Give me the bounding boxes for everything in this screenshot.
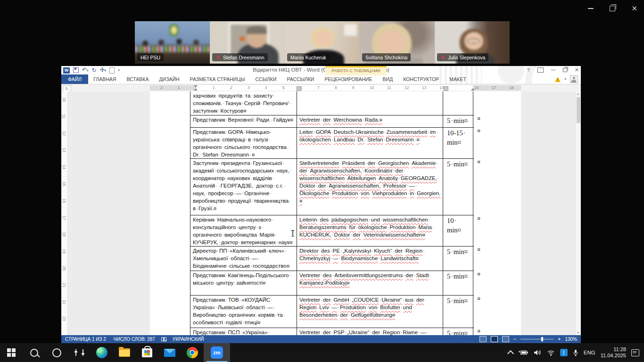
table-row[interactable]: Директор·​ПП·​«Калинівський·​ключ»·​Хмел… — [190, 247, 474, 271]
table-cell-time[interactable]: 10·​min¤ — [443, 215, 473, 246]
tray-overflow-chevron-icon[interactable] — [507, 350, 514, 356]
word-app-icon[interactable]: W — [63, 67, 70, 74]
save-icon[interactable] — [73, 67, 79, 73]
table-cell-time[interactable] — [443, 91, 473, 115]
bluetooth-icon[interactable]: ᛒ — [560, 349, 568, 356]
table-cell-time[interactable]: 5·​min¤ — [443, 159, 473, 215]
table-cell-ukrainian[interactable]: Представник·​ПСП·​«Україна»·​Рівненської… — [190, 328, 297, 335]
table-cell-time[interactable]: 5·​min¤ — [443, 247, 473, 271]
word-title-bar[interactable]: W ↶▾ ↻ ✣▾ ▾ Відкриття НКЦ ОВТ - Word (Сб… — [61, 66, 581, 74]
store-button[interactable] — [136, 343, 158, 362]
clock[interactable]: 11:28 11.04.2025 — [601, 346, 626, 359]
tab-table-layout[interactable]: МАКЕТ — [444, 74, 471, 84]
video-tile-hei-psu[interactable]: HEI PSU — [135, 21, 210, 64]
table-cell-ukrainian[interactable]: Представник·​GOPA·​Німецько-українська·​… — [190, 128, 297, 158]
tab-insert[interactable]: ВСТАВКА — [121, 74, 154, 84]
right-indent-marker[interactable] — [471, 88, 475, 90]
video-tile-stefan-dreesmann[interactable]: Stefan Dreesmann — [210, 21, 285, 64]
tab-references[interactable]: ССЫЛКИ — [250, 74, 281, 84]
table-row[interactable]: Представник·​ПСП·​«Україна»·​Рівненської… — [190, 328, 474, 335]
table-column-marker[interactable] — [444, 86, 448, 91]
tab-table-design[interactable]: КОНСТРУКТОР — [398, 74, 444, 84]
volume-icon[interactable] — [534, 349, 542, 356]
start-button[interactable] — [0, 343, 23, 362]
help-icon[interactable]: ? — [527, 67, 530, 73]
table-cell-ukrainian[interactable]: Представник·​ТОВ·​«КОУДАЙС·​Україна»·​Ль… — [190, 296, 297, 328]
first-line-indent-marker[interactable] — [194, 85, 198, 88]
table-row[interactable]: Представник·​Кам’янець-Подільського·​міс… — [190, 271, 474, 296]
video-tile-julia-slepenkova[interactable]: Julia Slepenkova — [435, 21, 510, 64]
table-cell-german[interactable]: Vertreter·​des·​Arbeitsvermittlungszentr… — [297, 271, 443, 295]
zoom-slider[interactable] — [520, 339, 553, 339]
table-cell-ukrainian[interactable]: Директор·​ПП·​«Калинівський·​ключ»·​Хмел… — [190, 247, 297, 271]
close-icon[interactable]: ✕ — [631, 5, 637, 12]
mail-button[interactable] — [158, 343, 181, 362]
read-mode-icon[interactable] — [479, 336, 487, 342]
table-cell-german[interactable]: Direktor·​des·​PE·​„Kalynivskyi·​Klyuch“… — [297, 247, 443, 271]
table-cell-ukrainian[interactable]: Керівник·​Навчально-наукового·​консульта… — [190, 215, 297, 246]
document-table[interactable]: харчових·​продуктів·​та·​захисту·​спожив… — [190, 91, 474, 335]
tab-view[interactable]: ВИД — [378, 74, 398, 84]
ribbon-display-options-icon[interactable]: ⌃ — [537, 67, 544, 73]
table-cell-time[interactable]: 5·​min¤ — [443, 271, 473, 295]
redo-icon[interactable]: ↻ — [92, 67, 97, 73]
table-cell-german[interactable]: Stellvertretender·​Präsident·​der·​Georg… — [297, 159, 443, 215]
tab-home[interactable]: ГЛАВНАЯ — [88, 74, 121, 84]
document-area[interactable]: 1011121314151617181920212223 харчових·​п… — [61, 91, 581, 335]
activation-warning-icon[interactable] — [555, 77, 561, 82]
scroll-down-icon[interactable]: ▼ — [577, 331, 579, 334]
customize-qat-icon[interactable]: ▾ — [118, 68, 120, 72]
tab-stop-selector[interactable]: L — [63, 85, 71, 92]
table-cell-german[interactable] — [297, 91, 443, 115]
table-row[interactable]: Представник·​ТОВ·​«КОУДАЙС·​Україна»·​Ль… — [190, 296, 474, 328]
file-explorer-button[interactable] — [113, 343, 136, 362]
table-cell-german[interactable]: Vertreter·​der·​GmbH·​„COUDICE·​Ukraine“… — [297, 296, 443, 328]
close-icon[interactable]: ✕ — [575, 67, 579, 73]
microphone-icon[interactable] — [573, 349, 578, 356]
minimize-icon[interactable] — [588, 8, 594, 9]
sign-in-person-icon[interactable] — [570, 75, 578, 83]
new-document-icon[interactable] — [109, 67, 115, 74]
tab-review[interactable]: РЕЦЕНЗИРОВАНИЕ — [320, 74, 378, 84]
web-layout-icon[interactable] — [502, 336, 509, 342]
tab-design[interactable]: ДИЗАЙН — [154, 74, 184, 84]
undo-icon[interactable]: ↶▾ — [82, 67, 89, 74]
table-cell-german[interactable]: Leiter·​GOPA·​Deutsch-Ukrainische·​Zusam… — [297, 128, 443, 158]
table-cell-german[interactable]: Vertreter·​der·​Werchowna·​Rada.¤ — [297, 115, 443, 127]
vertical-ruler[interactable]: 1011121314151617181920212223 — [61, 91, 68, 335]
table-row[interactable]: Представник·​GOPA·​Німецько-українська·​… — [190, 128, 474, 159]
keyboard-language[interactable]: ENG — [584, 350, 595, 355]
table-cell-ukrainian[interactable]: харчових·​продуктів·​та·​захисту·​спожив… — [190, 91, 297, 115]
hanging-indent-marker[interactable] — [194, 88, 198, 90]
wifi-icon[interactable] — [547, 350, 555, 356]
table-cell-german[interactable]: Leiterin·​des·​pädagogischen·​und·​wisse… — [297, 215, 443, 246]
proofing-errors-icon[interactable] — [161, 337, 167, 342]
touch-mode-icon[interactable]: ✣▾ — [100, 67, 107, 74]
table-cell-ukrainian[interactable]: Заступник·​президента·​Грузинської·​акад… — [190, 159, 297, 215]
table-row[interactable]: Представник·​Верховної·​Ради.·​Гайдук¤ V… — [190, 115, 474, 128]
table-cell-time[interactable]: 5·​min¤ — [443, 296, 473, 328]
table-cell-ukrainian[interactable]: Представник·​Верховної·​Ради.·​Гайдук¤ — [190, 115, 297, 127]
zoom-slider-thumb[interactable] — [541, 337, 543, 341]
scrollbar-thumb[interactable] — [577, 97, 580, 123]
table-row[interactable]: Заступник·​президента·​Грузинської·​акад… — [190, 159, 474, 215]
video-tile-svitlana-shchokina[interactable]: Svitlana Shchokina — [360, 21, 435, 64]
restore-icon[interactable] — [563, 68, 567, 72]
table-cell-ukrainian[interactable]: Представник·​Кам’янець-Подільського·​міс… — [190, 271, 297, 295]
table-row[interactable]: харчових·​продуктів·​та·​захисту·​спожив… — [190, 91, 474, 115]
restore-icon[interactable] — [610, 6, 615, 11]
search-button[interactable] — [23, 343, 45, 362]
tab-file[interactable]: ФАЙЛ — [61, 74, 88, 84]
table-cell-german[interactable]: Vertreter·​der·​PSP·​„Ukraine“·​der·​Reg… — [297, 328, 443, 335]
table-cell-time[interactable]: 5·​min¤ — [443, 328, 473, 335]
task-view-button[interactable] — [68, 343, 91, 362]
tab-mailings[interactable]: РАССЫЛКИ — [282, 74, 320, 84]
page-indicator[interactable]: СТРАНИЦА 1 ИЗ 2 — [61, 337, 110, 342]
print-layout-icon[interactable] — [491, 336, 498, 342]
cortana-button[interactable] — [45, 343, 68, 362]
battery-icon[interactable] — [518, 349, 528, 356]
language-indicator[interactable]: УКРАИНСКИЙ — [169, 337, 208, 342]
horizontal-ruler[interactable]: 211234567891011121314161718 — [61, 84, 581, 91]
minimize-icon[interactable] — [551, 70, 555, 71]
table-cell-time[interactable]: 10-15·​min¤ — [443, 128, 473, 158]
